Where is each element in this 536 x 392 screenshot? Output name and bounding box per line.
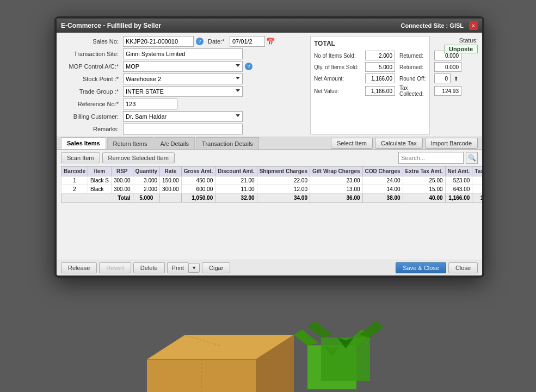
footer-gift-wrap-charges: 36.00 <box>310 194 362 203</box>
scan-item-button[interactable]: Scan Item <box>61 152 100 163</box>
top-section: Sales No: ? Date:* 📅 Transaction Site: <box>57 33 482 137</box>
footer-tax-amt: 124.93 <box>472 194 482 203</box>
sales-no-input[interactable] <box>123 36 194 47</box>
print-button[interactable]: Print <box>167 262 189 273</box>
delete-button[interactable]: Delete <box>133 262 165 273</box>
close-dialog-button[interactable]: Close <box>448 262 478 273</box>
toolbar-right: 🔍 <box>398 152 478 164</box>
table-header-row: Barcode Item RSP Quantity Rate Gross Amt… <box>61 167 483 176</box>
save-close-button[interactable]: Save & Close <box>396 262 446 273</box>
trade-group-select[interactable]: INTER STATE <box>123 86 243 97</box>
svg-marker-2 <box>256 335 294 392</box>
select-item-button[interactable]: Select Item <box>331 138 373 149</box>
calculate-tax-button[interactable]: Calculate Tax <box>375 138 423 149</box>
mop-row: MOP Control A/C:* MOP ? <box>61 61 306 72</box>
col-gross-amt: Gross Amt. <box>181 167 215 176</box>
svg-line-5 <box>185 335 220 346</box>
dialog-window: E-Commerce - Fulfilled by Seller Connect… <box>57 19 482 275</box>
table-row[interactable]: 2 Black 300.00 2.000 300.00 600.00 11.00… <box>61 185 483 194</box>
transaction-site-label: Transaction Site: <box>61 51 121 57</box>
net-amount-value[interactable] <box>365 74 395 83</box>
footer-net-amt: 1,166.00 <box>445 194 472 203</box>
tabs-left: Sales Items Return Items A/c Details Tra… <box>61 137 260 149</box>
tab-transaction-details[interactable]: Transaction Details <box>196 137 259 149</box>
search-button[interactable]: 🔍 <box>466 152 478 164</box>
print-dropdown-button[interactable]: ▼ <box>188 263 200 273</box>
col-cod-charges: COD Charges <box>362 167 403 176</box>
cell-shipment-charges: 22.00 <box>257 176 310 185</box>
connected-site-label: Connected Site : GISL <box>401 22 464 29</box>
revert-button[interactable]: Revert <box>99 262 131 273</box>
col-tax-amt: Tax Amt. <box>472 167 482 176</box>
remarks-input[interactable] <box>123 124 243 134</box>
date-input-wrap: 📅 <box>230 36 275 47</box>
mop-help-icon[interactable]: ? <box>245 63 252 70</box>
table-row[interactable]: 1 Black S 300.00 3.000 150.00 450.00 21.… <box>61 176 483 185</box>
cell-barcode: 2 <box>61 185 88 194</box>
mop-select[interactable]: MOP <box>123 61 243 72</box>
col-shipment-charges: Shipment Charges <box>257 167 310 176</box>
cell-gross-amt: 450.00 <box>181 176 215 185</box>
cell-tax-amt: 68.89 <box>472 185 482 194</box>
cell-gross-amt: 600.00 <box>181 185 215 194</box>
close-button[interactable]: × <box>469 21 478 30</box>
import-barcode-button[interactable]: Import Barcode <box>425 138 478 149</box>
title-bar: E-Commerce - Fulfilled by Seller Connect… <box>57 19 482 33</box>
cell-shipment-charges: 12.00 <box>257 185 310 194</box>
svg-marker-7 <box>294 329 318 346</box>
qty-items-sold-row: Qty. of Items Sold: Returned: <box>314 62 426 72</box>
no-items-sold-value[interactable] <box>365 51 395 60</box>
mop-label: MOP Control A/C:* <box>61 63 121 70</box>
cell-discount-amt: 21.00 <box>215 176 257 185</box>
col-barcode: Barcode <box>61 167 88 176</box>
col-gift-wrap-charges: Gift Wrap Charges <box>310 167 362 176</box>
remove-selected-button[interactable]: Remove Selected Item <box>102 152 175 163</box>
cell-cod-charges: 24.00 <box>362 176 403 185</box>
date-input[interactable] <box>230 36 265 47</box>
col-item: Item <box>88 167 112 176</box>
dialog-title: E-Commerce - Fulfilled by Seller <box>61 22 161 29</box>
billing-customer-select[interactable]: Dr. Sam Haldar <box>123 111 243 122</box>
cell-barcode: 1 <box>61 176 88 185</box>
svg-marker-13 <box>359 321 384 338</box>
svg-marker-14 <box>337 338 354 348</box>
transaction-site-input[interactable] <box>123 48 243 59</box>
dialog-body: Sales No: ? Date:* 📅 Transaction Site: <box>57 33 482 275</box>
remarks-label: Remarks: <box>61 126 121 132</box>
status-value: Unposte <box>444 45 478 53</box>
cell-gift-wrap-charges: 23.00 <box>310 176 362 185</box>
col-extra-tax-amt: Extra Tax Amt. <box>403 167 445 176</box>
reference-no-input[interactable] <box>123 99 177 109</box>
cell-discount-amt: 11.00 <box>215 185 257 194</box>
round-off-label: Round Off: <box>399 76 432 82</box>
footer-rate <box>160 194 182 203</box>
cell-rsp: 300.00 <box>111 176 133 185</box>
cell-net-amt: 643.00 <box>445 185 472 194</box>
qty-items-sold-label: Qty. of Items Sold: <box>314 64 363 70</box>
qty-items-sold-value[interactable] <box>365 62 395 72</box>
toolbar-section: Scan Item Remove Selected Item 🔍 <box>57 150 482 166</box>
reference-no-row: Reference No:* <box>61 99 306 109</box>
svg-marker-6 <box>307 346 356 389</box>
stock-point-select[interactable]: Warehouse 2 <box>123 74 243 84</box>
tab-ac-details[interactable]: A/c Details <box>155 137 195 149</box>
col-rsp: RSP <box>111 167 133 176</box>
tab-return-items[interactable]: Return Items <box>107 137 153 149</box>
search-input[interactable] <box>398 152 464 164</box>
cell-item: Black S <box>88 176 112 185</box>
clear-button[interactable]: Cigar <box>202 262 230 273</box>
table-footer-row: Total 5.000 1,050.00 32.00 34.00 36.00 3… <box>61 194 483 203</box>
net-value-value[interactable] <box>365 86 395 96</box>
returned-label-1: Returned: <box>399 53 432 59</box>
tab-sales-items[interactable]: Sales Items <box>61 137 106 149</box>
svg-marker-12 <box>307 321 332 338</box>
footer-extra-tax-amt: 40.00 <box>403 194 445 203</box>
date-label: Date:* <box>206 38 227 45</box>
title-bar-left: E-Commerce - Fulfilled by Seller <box>61 22 161 29</box>
help-icon[interactable]: ? <box>196 38 204 45</box>
release-button[interactable]: Release <box>61 262 97 273</box>
sales-no-row: Sales No: ? Date:* 📅 <box>61 36 306 47</box>
calendar-icon[interactable]: 📅 <box>266 38 275 46</box>
net-amount-row: Net Amount: Round Off: ⬆ <box>314 74 426 83</box>
table-section: Barcode Item RSP Quantity Rate Gross Amt… <box>57 166 482 260</box>
